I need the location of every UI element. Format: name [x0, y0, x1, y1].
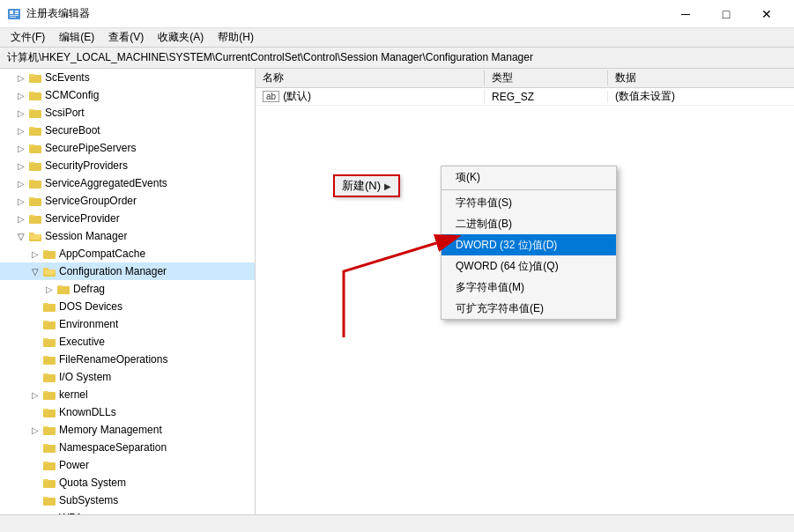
svg-rect-45	[43, 392, 56, 400]
cell-value-data: (数值未设置)	[608, 89, 794, 104]
app-icon	[7, 7, 21, 21]
menu-edit[interactable]: 编辑(E)	[52, 28, 101, 47]
tree-item-scmconfig[interactable]: ▷ SCMConfig	[0, 86, 255, 104]
tree-item-label: ServiceProvider	[45, 212, 120, 225]
tree-item-label: Power	[59, 459, 89, 471]
svg-rect-53	[43, 462, 56, 470]
expand-icon: ▷	[14, 214, 28, 224]
tree-item-label: SecurePipeServers	[45, 142, 136, 154]
tree-item-label: ServiceAggregatedEvents	[45, 177, 167, 189]
right-panel: 名称 类型 数据 ab (默认) REG_SZ (数值未设置) 新建(N) ▶	[256, 69, 794, 514]
close-button[interactable]: ✕	[746, 0, 787, 28]
folder-icon	[42, 459, 56, 471]
svg-rect-19	[29, 181, 41, 188]
expand-icon: ▷	[14, 126, 28, 136]
folder-icon	[28, 89, 42, 101]
folder-icon	[42, 300, 56, 313]
table-row[interactable]: ab (默认) REG_SZ (数值未设置)	[256, 88, 794, 106]
tree-item-dosdevices[interactable]: DOS Devices	[0, 298, 255, 315]
tree-item-serviceprovider[interactable]: ▷ ServiceProvider	[0, 210, 255, 227]
tree-item-securityproviders[interactable]: ▷ SecurityProviders	[0, 157, 255, 174]
table-header: 名称 类型 数据	[256, 69, 794, 88]
folder-icon	[28, 142, 42, 154]
svg-rect-2	[15, 11, 19, 12]
svg-rect-37	[43, 321, 56, 329]
status-bar	[0, 514, 794, 532]
folder-open-icon	[42, 265, 56, 277]
tree-item-wpa[interactable]: WPA	[0, 509, 255, 514]
expand-icon: ▷	[28, 390, 42, 400]
title-bar: 注册表编辑器 ─ □ ✕	[0, 0, 794, 28]
tree-item-label: NamespaceSeparation	[59, 441, 167, 454]
tree-item-label: FileRenameOperations	[59, 353, 167, 366]
tree-item-scsiport[interactable]: ▷ ScsiPort	[0, 104, 255, 122]
tree-item-environment[interactable]: Environment	[0, 315, 255, 333]
tree-item-securepipeservers[interactable]: ▷ SecurePipeServers	[0, 139, 255, 157]
tree-item-configmanager[interactable]: ▽ Configuration Manager	[0, 262, 255, 280]
menu-bar: 文件(F) 编辑(E) 查看(V) 收藏夹(A) 帮助(H)	[0, 28, 794, 48]
svg-rect-35	[43, 304, 56, 312]
svg-rect-15	[29, 145, 41, 153]
menu-view[interactable]: 查看(V)	[101, 28, 151, 47]
tree-item-executive[interactable]: Executive	[0, 333, 255, 351]
tree-item-label: ServiceGroupOrder	[45, 195, 137, 207]
maximize-button[interactable]: □	[706, 0, 746, 28]
tree-item-quotasystem[interactable]: Quota System	[0, 474, 255, 491]
tree-item-kernel[interactable]: ▷ kernel	[0, 386, 255, 403]
window-controls: ─ □ ✕	[665, 0, 787, 28]
tree-item-scevents[interactable]: ▷ ScEvents	[0, 69, 255, 86]
tree-item-label: Memory Management	[59, 424, 162, 436]
svg-rect-9	[29, 92, 41, 100]
svg-rect-27	[29, 233, 34, 235]
expand-icon: ▷	[14, 144, 28, 153]
folder-icon	[28, 71, 42, 84]
default-badge: ab	[263, 91, 279, 102]
tree-item-serviceagg[interactable]: ▷ ServiceAggregatedEvents	[0, 174, 255, 192]
menu-favorites[interactable]: 收藏夹(A)	[151, 28, 211, 47]
svg-rect-16	[29, 144, 34, 146]
svg-rect-10	[29, 92, 34, 93]
folder-icon	[28, 195, 42, 207]
svg-rect-20	[29, 180, 34, 181]
folder-icon	[28, 107, 42, 119]
minimize-button[interactable]: ─	[665, 0, 706, 28]
folder-icon	[42, 336, 56, 348]
tree-item-defrag[interactable]: ▷ Defrag	[0, 280, 255, 298]
menu-help[interactable]: 帮助(H)	[211, 28, 261, 47]
tree-item-servicegrouporder[interactable]: ▷ ServiceGroupOrder	[0, 192, 255, 210]
tree-item-subsystems[interactable]: SubSystems	[0, 491, 255, 509]
registry-tree[interactable]: ▷ ScEvents ▷ SCMConfig ▷ ScsiPort ▷	[0, 69, 256, 514]
tree-item-label: Configuration Manager	[59, 265, 167, 277]
tree-item-label: Session Manager	[45, 230, 127, 242]
svg-rect-28	[43, 251, 56, 259]
tree-item-label: SubSystems	[59, 494, 118, 506]
tree-item-power[interactable]: Power	[0, 456, 255, 474]
tree-item-label: Environment	[59, 318, 118, 330]
svg-rect-41	[43, 357, 56, 365]
tree-item-sessionmanager[interactable]: ▽ Session Manager	[0, 227, 255, 245]
tree-item-namespacesep[interactable]: NamespaceSeparation	[0, 439, 255, 456]
expand-icon: ▷	[14, 196, 28, 206]
menu-file[interactable]: 文件(F)	[4, 28, 52, 47]
tree-item-appcompatcache[interactable]: ▷ AppCompatCache	[0, 245, 255, 262]
address-path: 计算机\HKEY_LOCAL_MACHINE\SYSTEM\CurrentCon…	[7, 50, 533, 65]
svg-rect-1	[10, 11, 13, 14]
svg-rect-23	[29, 216, 41, 224]
tree-item-memorymanagement[interactable]: ▷ Memory Management	[0, 421, 255, 439]
cell-value-type: REG_SZ	[485, 91, 608, 103]
svg-rect-14	[29, 127, 34, 129]
tree-item-label: Quota System	[59, 477, 126, 489]
expand-icon: ▷	[14, 179, 28, 188]
tree-item-iosystem[interactable]: I/O System	[0, 368, 255, 386]
tree-item-filerename[interactable]: FileRenameOperations	[0, 351, 255, 368]
svg-rect-46	[43, 391, 48, 393]
tree-item-secureboot[interactable]: ▷ SecureBoot	[0, 122, 255, 139]
tree-item-knowndlls[interactable]: KnownDLLs	[0, 403, 255, 421]
svg-rect-43	[43, 374, 56, 382]
tree-item-label: Defrag	[73, 283, 105, 295]
svg-rect-3	[15, 12, 19, 14]
svg-rect-29	[43, 250, 48, 252]
folder-icon	[28, 159, 42, 172]
svg-rect-5	[10, 17, 16, 18]
tree-item-label: AppCompatCache	[59, 248, 145, 260]
